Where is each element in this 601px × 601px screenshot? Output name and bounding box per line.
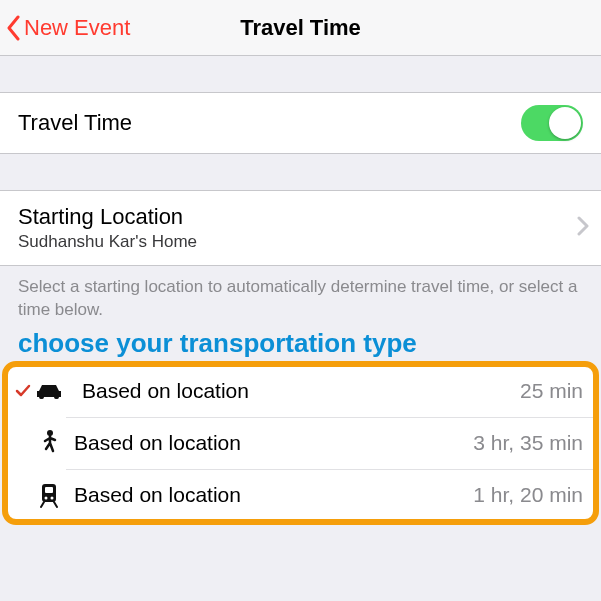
chevron-left-icon (6, 15, 22, 41)
option-label: Based on location (74, 483, 241, 507)
annotation-text: choose your transportation type (0, 328, 601, 365)
option-label: Based on location (74, 431, 241, 455)
option-duration: 25 min (520, 379, 583, 403)
option-transit[interactable]: Based on location 1 hr, 20 min (66, 469, 595, 521)
nav-bar: New Event Travel Time (0, 0, 601, 56)
back-label: New Event (24, 15, 130, 41)
travel-time-toggle[interactable] (521, 105, 583, 141)
travel-time-toggle-section: Travel Time (0, 92, 601, 154)
svg-point-1 (54, 395, 58, 399)
svg-point-0 (40, 395, 44, 399)
option-walk[interactable]: Based on location 3 hr, 35 min (66, 417, 595, 469)
starting-location-section: Starting Location Sudhanshu Kar's Home (0, 190, 601, 266)
chevron-right-icon (577, 216, 589, 240)
train-icon (32, 482, 66, 508)
starting-location-label: Starting Location (18, 204, 583, 230)
svg-point-6 (51, 497, 54, 500)
car-icon (32, 381, 66, 401)
starting-location-value: Sudhanshu Kar's Home (18, 232, 583, 252)
svg-point-5 (45, 497, 48, 500)
travel-time-row: Travel Time (0, 93, 601, 153)
walk-icon (32, 429, 66, 457)
svg-rect-4 (45, 487, 53, 493)
back-button[interactable]: New Event (0, 15, 130, 41)
option-duration: 1 hr, 20 min (473, 483, 583, 507)
travel-time-label: Travel Time (18, 110, 132, 136)
option-label: Based on location (82, 379, 249, 403)
hint-text: Select a starting location to automatica… (0, 266, 601, 328)
option-duration: 3 hr, 35 min (473, 431, 583, 455)
checkmark-icon (14, 383, 32, 399)
option-car[interactable]: Based on location 25 min (6, 365, 595, 417)
starting-location-button[interactable]: Starting Location Sudhanshu Kar's Home (0, 191, 601, 265)
transport-options: Based on location 25 min Based on locati… (6, 365, 595, 521)
toggle-knob (549, 107, 581, 139)
